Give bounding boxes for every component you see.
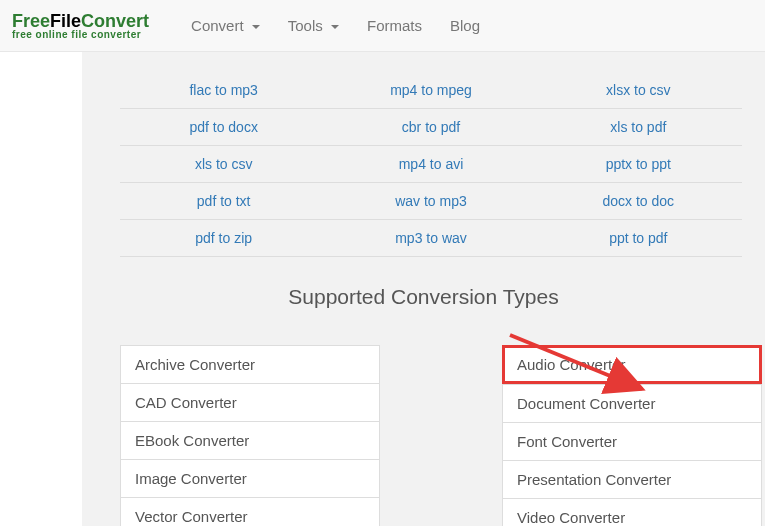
- conversion-link[interactable]: mp4 to avi: [327, 146, 534, 182]
- table-row: xls to csv mp4 to avi pptx to ppt: [120, 146, 742, 183]
- types-column-right: Audio Converter Document Converter Font …: [502, 345, 762, 526]
- navbar: FreeFileConvert free online file convert…: [0, 0, 765, 52]
- conversion-link[interactable]: docx to doc: [535, 183, 742, 219]
- conversion-link[interactable]: pdf to txt: [120, 183, 327, 219]
- nav-formats-label: Formats: [367, 17, 422, 34]
- types-column-left: Archive Converter CAD Converter EBook Co…: [120, 345, 380, 526]
- chevron-down-icon: [252, 25, 260, 29]
- conversion-link[interactable]: ppt to pdf: [535, 220, 742, 256]
- table-row: pdf to docx cbr to pdf xls to pdf: [120, 109, 742, 146]
- nav-tools[interactable]: Tools: [274, 1, 353, 50]
- type-video-converter[interactable]: Video Converter: [502, 498, 762, 526]
- type-vector-converter[interactable]: Vector Converter: [120, 497, 380, 526]
- brand-part-free: Free: [12, 11, 50, 31]
- type-ebook-converter[interactable]: EBook Converter: [120, 421, 380, 459]
- brand-title: FreeFileConvert: [12, 12, 149, 30]
- nav-blog[interactable]: Blog: [436, 1, 494, 50]
- type-image-converter[interactable]: Image Converter: [120, 459, 380, 497]
- conversion-table: flac to mp3 mp4 to mpeg xlsx to csv pdf …: [120, 72, 742, 257]
- type-presentation-converter[interactable]: Presentation Converter: [502, 460, 762, 498]
- nav-blog-label: Blog: [450, 17, 480, 34]
- conversion-link[interactable]: wav to mp3: [327, 183, 534, 219]
- type-archive-converter[interactable]: Archive Converter: [120, 345, 380, 383]
- brand-part-file: File: [50, 11, 81, 31]
- section-heading: Supported Conversion Types: [82, 285, 765, 309]
- table-row: pdf to txt wav to mp3 docx to doc: [120, 183, 742, 220]
- conversion-link[interactable]: mp3 to wav: [327, 220, 534, 256]
- nav-formats[interactable]: Formats: [353, 1, 436, 50]
- content-area: flac to mp3 mp4 to mpeg xlsx to csv pdf …: [82, 52, 765, 526]
- conversion-link[interactable]: cbr to pdf: [327, 109, 534, 145]
- conversion-link[interactable]: xls to csv: [120, 146, 327, 182]
- type-document-converter[interactable]: Document Converter: [502, 384, 762, 422]
- conversion-link[interactable]: pdf to zip: [120, 220, 327, 256]
- brand-part-convert: Convert: [81, 11, 149, 31]
- type-cad-converter[interactable]: CAD Converter: [120, 383, 380, 421]
- nav-convert[interactable]: Convert: [177, 1, 274, 50]
- conversion-link[interactable]: xls to pdf: [535, 109, 742, 145]
- chevron-down-icon: [331, 25, 339, 29]
- nav-convert-label: Convert: [191, 17, 244, 34]
- nav-tools-label: Tools: [288, 17, 323, 34]
- brand-logo[interactable]: FreeFileConvert free online file convert…: [12, 12, 149, 40]
- type-audio-converter[interactable]: Audio Converter: [502, 345, 762, 384]
- conversion-link[interactable]: pdf to docx: [120, 109, 327, 145]
- conversion-types: Archive Converter CAD Converter EBook Co…: [120, 345, 765, 526]
- brand-subtitle: free online file converter: [12, 30, 149, 40]
- type-font-converter[interactable]: Font Converter: [502, 422, 762, 460]
- conversion-link[interactable]: mp4 to mpeg: [327, 72, 534, 108]
- table-row: flac to mp3 mp4 to mpeg xlsx to csv: [120, 72, 742, 109]
- nav-items: Convert Tools Formats Blog: [177, 1, 494, 50]
- conversion-link[interactable]: flac to mp3: [120, 72, 327, 108]
- table-row: pdf to zip mp3 to wav ppt to pdf: [120, 220, 742, 257]
- conversion-link[interactable]: pptx to ppt: [535, 146, 742, 182]
- conversion-link[interactable]: xlsx to csv: [535, 72, 742, 108]
